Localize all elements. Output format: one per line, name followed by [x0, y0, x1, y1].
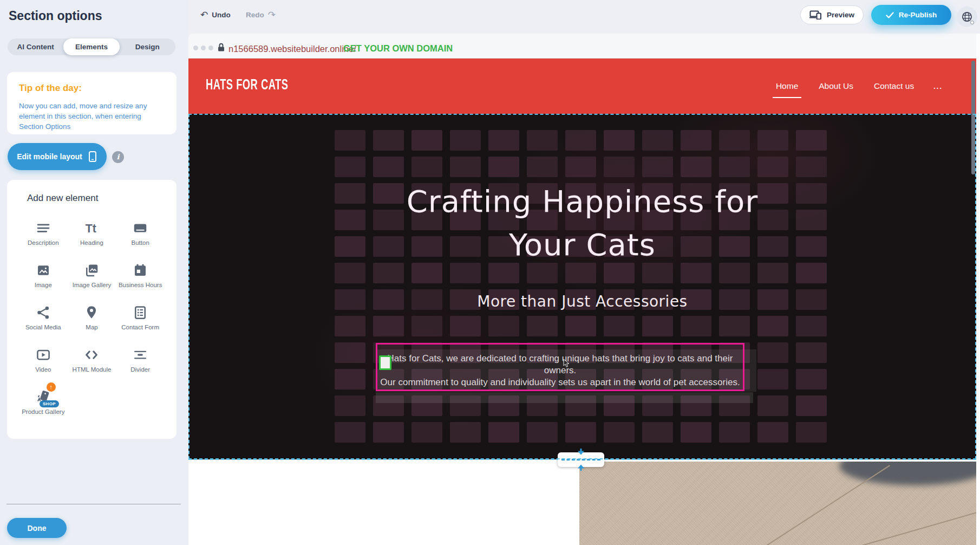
hero-tile	[488, 316, 519, 336]
republish-label: Re-Publish	[899, 11, 937, 19]
tip-body: Now you can add, move and resize any ele…	[19, 101, 155, 132]
description-icon	[35, 219, 51, 237]
hero-section[interactable]: Crafting Happiness for Your Cats More th…	[188, 114, 976, 459]
element-item-label: Divider	[130, 366, 150, 373]
upgrade-arrow-icon: ↑	[47, 382, 56, 392]
preview-button[interactable]: Preview	[800, 5, 864, 24]
element-item-contact-form[interactable]: Contact Form	[116, 298, 165, 339]
element-item-divider[interactable]: Divider	[116, 340, 165, 381]
drag-handle[interactable]	[379, 355, 391, 370]
element-item-map[interactable]: Map	[68, 298, 116, 339]
button-icon	[132, 219, 148, 237]
hero-tile	[681, 422, 711, 443]
svg-text:Tt: Tt	[86, 222, 96, 235]
hero-tile	[604, 130, 635, 151]
get-domain-link[interactable]: GET YOUR OWN DOMAIN	[343, 43, 453, 54]
element-item-heading[interactable]: TtHeading	[68, 213, 116, 255]
hero-tile	[565, 316, 596, 336]
hero-tile	[642, 157, 673, 177]
language-globe-button[interactable]	[957, 7, 977, 27]
hero-tile	[527, 316, 558, 336]
globe-status-dot	[970, 21, 974, 24]
edit-mobile-layout-button[interactable]: Edit mobile layout	[8, 143, 107, 170]
tab-design[interactable]: Design	[120, 38, 175, 55]
element-item-label: Social Media	[25, 323, 61, 331]
hero-subheading[interactable]: More than Just Accessories	[188, 293, 976, 310]
preview-label: Preview	[827, 11, 854, 19]
hero-tile	[450, 422, 481, 443]
element-item-product-gallery[interactable]: SHOP↑Product Gallery	[19, 382, 68, 424]
done-button[interactable]: Done	[7, 518, 67, 538]
nav-more-button[interactable]: ...	[933, 82, 943, 90]
hero-tile	[796, 316, 827, 336]
lock-icon	[218, 43, 225, 51]
hero-tile	[335, 395, 365, 416]
site-header: HATS FOR CATS HomeAbout UsContact us...	[188, 59, 976, 114]
nav-item-home[interactable]: Home	[775, 78, 799, 94]
hero-tile	[681, 157, 711, 177]
undo-button[interactable]: ↶ Undo	[200, 9, 231, 20]
edit-mobile-layout-label: Edit mobile layout	[17, 152, 82, 161]
element-item-label: Image	[35, 281, 52, 289]
hero-tile	[450, 157, 481, 177]
hero-tile	[719, 422, 750, 443]
element-item-label: Video	[35, 366, 51, 373]
check-icon	[886, 12, 894, 18]
resize-dashed-line	[561, 459, 600, 460]
republish-button[interactable]: Re-Publish	[871, 5, 951, 25]
hero-tile	[488, 157, 519, 177]
hero-tile	[604, 422, 635, 443]
tip-title: Tip of the day:	[19, 83, 165, 94]
hero-tile	[796, 395, 827, 416]
hero-tile	[527, 130, 558, 151]
hero-description-text: Hats for Cats, we are dedicated to craft…	[377, 353, 743, 388]
browser-scrollbar-thumb[interactable]	[971, 61, 975, 174]
hero-tile	[757, 342, 788, 363]
element-item-label: Heading	[80, 239, 103, 246]
element-item-business-hours[interactable]: Business Hours	[116, 256, 165, 297]
redo-button[interactable]: Redo ↷	[246, 9, 276, 20]
element-item-html-module[interactable]: HTML Module	[68, 340, 116, 381]
element-item-social-media[interactable]: Social Media	[19, 298, 68, 339]
tab-elements[interactable]: Elements	[63, 38, 119, 55]
hero-heading-line2: Your Cats	[188, 223, 976, 267]
info-icon[interactable]: i	[112, 151, 124, 163]
element-item-description[interactable]: Description	[19, 213, 68, 255]
site-logo[interactable]: HATS FOR CATS	[206, 75, 288, 93]
element-item-video[interactable]: Video	[19, 340, 68, 381]
window-control-dots	[193, 46, 213, 50]
element-item-button[interactable]: Button	[116, 213, 165, 255]
element-item-image[interactable]: Image	[19, 256, 68, 297]
hero-tile	[796, 422, 827, 443]
panel-tabs: AI ContentElementsDesign	[8, 38, 175, 55]
browser-address-bar: n1566589.websitebuilder.online/ GET YOUR…	[188, 34, 980, 59]
nav-item-contact-us[interactable]: Contact us	[873, 78, 915, 94]
sidebar-divider	[6, 504, 181, 504]
element-item-image-gallery[interactable]: Image Gallery	[68, 256, 116, 297]
devices-icon	[809, 10, 822, 20]
redo-label: Redo	[246, 11, 264, 19]
hero-tile	[335, 316, 365, 336]
undo-icon: ↶	[200, 9, 208, 20]
hero-description-box[interactable]: Hats for Cats, we are dedicated to craft…	[376, 343, 744, 391]
arrow-up-icon	[577, 464, 585, 471]
hero-tile	[757, 422, 788, 443]
tab-ai-content[interactable]: AI Content	[8, 38, 63, 55]
hero-tile	[565, 130, 596, 151]
hero-heading[interactable]: Crafting Happiness for Your Cats	[188, 180, 976, 267]
scrollbar-track	[976, 34, 980, 545]
section-resize-handle[interactable]	[558, 452, 604, 467]
panel-title: Section options	[9, 9, 102, 23]
hero-tile	[796, 157, 827, 177]
element-item-label: Description	[28, 239, 59, 246]
next-section[interactable]	[188, 459, 980, 545]
hero-tile	[642, 316, 673, 336]
site-url[interactable]: n1566589.websitebuilder.online/	[228, 44, 356, 54]
element-item-label: Business Hours	[119, 281, 162, 289]
redo-icon: ↷	[268, 9, 276, 20]
image-gallery-icon	[83, 261, 100, 280]
hero-tile	[335, 342, 365, 363]
nav-item-about-us[interactable]: About Us	[818, 78, 854, 94]
hero-tile	[373, 130, 404, 151]
hero-tile	[527, 157, 558, 177]
